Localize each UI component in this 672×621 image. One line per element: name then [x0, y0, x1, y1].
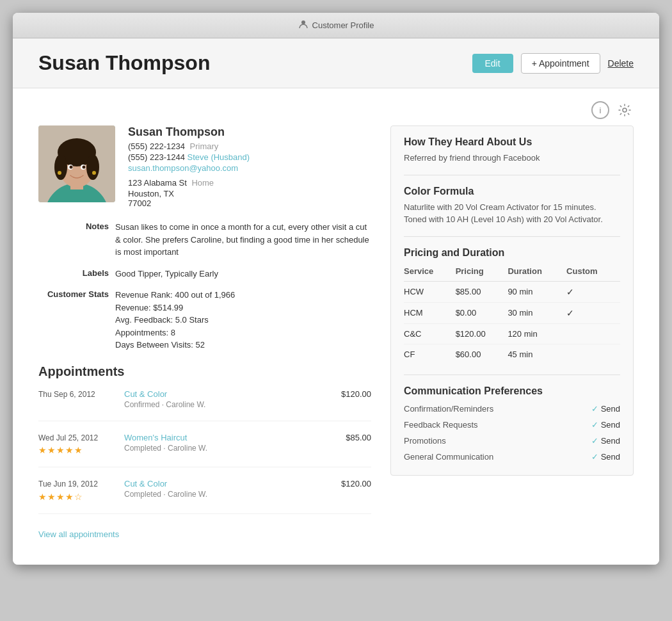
comm-label: Promotions [404, 436, 446, 446]
pricing-row: C&C $120.00 120 min [404, 323, 620, 344]
stats-label: Customer Stats [38, 289, 109, 351]
delete-button[interactable]: Delete [608, 58, 634, 69]
address-line2: Houston, TX [128, 189, 371, 198]
star-rating: ★★★★★ [38, 445, 115, 455]
heard-about-heading: How They Heard About Us [404, 136, 620, 148]
content-area: i [13, 88, 659, 565]
notes-value: Susan likes to come in once a month for … [115, 221, 371, 259]
appointment-row: Tue Jun 19, 2012 ★★★★☆ Cut & Color Compl… [38, 479, 371, 514]
edit-button[interactable]: Edit [472, 54, 513, 73]
appt-date: Thu Sep 6, 2012 [38, 389, 115, 400]
appt-price: $85.00 [320, 433, 371, 442]
right-panel: How They Heard About Us Referred by frie… [390, 125, 634, 476]
left-column: Susan Thompson (555) 222-1234 Primary (5… [38, 125, 371, 539]
svg-point-13 [58, 171, 61, 175]
pricing-cell-custom [566, 323, 620, 344]
top-icons: i [38, 101, 634, 119]
pricing-col-duration: Duration [508, 264, 566, 282]
page-header: Susan Thompson Edit + Appointment Delete [13, 38, 659, 88]
notes-label: Notes [38, 221, 109, 259]
app-window: Customer Profile Susan Thompson Edit + A… [13, 13, 659, 565]
appt-service: Women's Haircut Completed · Caroline W. [124, 433, 311, 453]
comm-row: Confirmation/Reminders ✓ Send [404, 401, 620, 417]
svg-point-1 [623, 108, 627, 112]
detail-rows: Notes Susan likes to come in once a mont… [38, 221, 371, 351]
add-appointment-button[interactable]: + Appointment [521, 53, 600, 74]
pricing-cell-duration: 120 min [508, 323, 566, 344]
pricing-row: HCW $85.00 90 min ✓ [404, 281, 620, 302]
heard-about-value: Referred by friend through Facebook [404, 152, 620, 165]
comm-row: Promotions ✓ Send [404, 433, 620, 449]
labels-row: Labels Good Tipper, Typically Early [38, 268, 371, 280]
color-formula-value: Naturlite with 20 Vol Cream Activator fo… [404, 201, 620, 226]
comm-send-value: ✓ Send [591, 420, 620, 430]
appt-price: $120.00 [320, 389, 371, 399]
address-street: 123 Alabama St [128, 178, 187, 188]
color-formula-section: Color Formula Naturlite with 20 Vol Crea… [404, 186, 620, 237]
appointments-title: Appointments [38, 364, 371, 379]
appt-service-name[interactable]: Cut & Color [124, 479, 311, 488]
days-between: Days Between Visits: 52 [115, 339, 371, 351]
appt-service-name[interactable]: Cut & Color [124, 389, 311, 399]
view-all-appointments-link[interactable]: View all appointments [38, 529, 119, 539]
comm-label: Confirmation/Reminders [404, 404, 493, 414]
comm-label: General Communication [404, 452, 493, 462]
pricing-section: Pricing and Duration Service Pricing Dur… [404, 247, 620, 375]
pricing-cell-custom: ✓ [566, 281, 620, 302]
comm-send-value: ✓ Send [591, 436, 620, 446]
phone-primary-label: Primary [190, 141, 219, 151]
info-icon[interactable]: i [591, 101, 609, 119]
pricing-cell-service: C&C [404, 323, 456, 344]
appt-price: $120.00 [320, 479, 371, 488]
appointment-row: Thu Sep 6, 2012 Cut & Color Confirmed · … [38, 389, 371, 421]
appointments-list: Thu Sep 6, 2012 Cut & Color Confirmed · … [38, 389, 371, 515]
pricing-col-service: Service [404, 264, 456, 282]
appt-service-name[interactable]: Women's Haircut [124, 433, 311, 442]
appt-date: Tue Jun 19, 2012 [38, 479, 115, 490]
appt-date-col: Wed Jul 25, 2012 ★★★★★ [38, 433, 115, 456]
pricing-row: CF $60.00 45 min [404, 344, 620, 364]
phone-secondary: (555) 223-1244 [128, 152, 185, 162]
pricing-tbody: HCW $85.00 90 min ✓ HCM $0.00 30 min ✓ C… [404, 281, 620, 364]
comm-prefs-heading: Communication Preferences [404, 385, 620, 397]
header-actions: Edit + Appointment Delete [472, 53, 634, 74]
profile-name: Susan Thompson [128, 125, 371, 139]
profile-info: Susan Thompson (555) 222-1234 Primary (5… [128, 125, 371, 208]
appt-date: Wed Jul 25, 2012 [38, 433, 115, 444]
pricing-cell-service: HCW [404, 281, 456, 302]
address-line3: 77002 [128, 198, 371, 208]
svg-point-11 [70, 166, 73, 169]
profile-section: Susan Thompson (555) 222-1234 Primary (5… [38, 125, 371, 208]
titlebar-text: Customer Profile [312, 20, 374, 30]
phone-secondary-label: Steve (Husband) [188, 152, 250, 162]
phone-primary: (555) 222-1234 [128, 141, 185, 151]
appointments-section: Appointments Thu Sep 6, 2012 Cut & Color… [38, 364, 371, 540]
stats-row: Customer Stats Revenue Rank: 400 out of … [38, 289, 371, 351]
pricing-cell-price: $0.00 [456, 302, 508, 323]
pricing-cell-duration: 45 min [508, 344, 566, 364]
pricing-cell-price: $85.00 [456, 281, 508, 302]
avatar [38, 125, 115, 202]
appointment-row: Wed Jul 25, 2012 ★★★★★ Women's Haircut C… [38, 433, 371, 468]
comm-prefs-section: Communication Preferences Confirmation/R… [404, 385, 620, 465]
appt-date-col: Thu Sep 6, 2012 [38, 389, 115, 400]
pricing-cell-service: HCM [404, 302, 456, 323]
stats-value: Revenue Rank: 400 out of 1,966 Revenue: … [115, 289, 371, 351]
svg-point-8 [86, 154, 99, 180]
address-type-label: Home [191, 178, 214, 188]
pricing-cell-duration: 90 min [508, 281, 566, 302]
settings-icon[interactable] [616, 101, 634, 119]
svg-point-12 [83, 166, 86, 169]
revenue-rank: Revenue Rank: 400 out of 1,966 [115, 289, 371, 302]
appt-status: Completed · Caroline W. [124, 444, 311, 453]
comm-send-value: ✓ Send [591, 404, 620, 414]
email-link[interactable]: susan.thompson@yahoo.com [128, 163, 371, 173]
main-grid: Susan Thompson (555) 222-1234 Primary (5… [38, 125, 634, 539]
comm-row: Feedback Requests ✓ Send [404, 417, 620, 433]
pricing-cell-service: CF [404, 344, 456, 364]
phone-secondary-line: (555) 223-1244 Steve (Husband) [128, 152, 371, 162]
pricing-heading: Pricing and Duration [404, 247, 620, 259]
labels-label: Labels [38, 268, 109, 280]
customer-name: Susan Thompson [38, 51, 210, 75]
comm-send-value: ✓ Send [591, 452, 620, 462]
